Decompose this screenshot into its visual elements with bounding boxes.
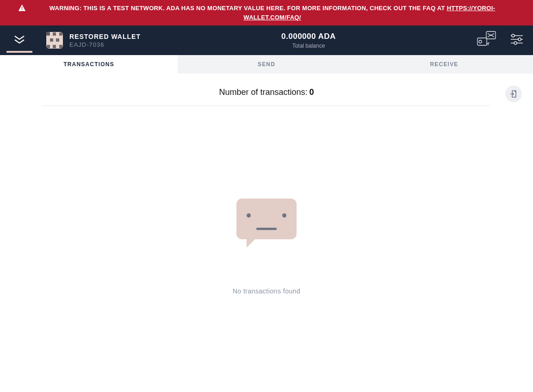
transaction-count-row: Number of transactions: 0 <box>22 87 511 106</box>
tab-transactions[interactable]: TRANSACTIONS <box>0 55 178 74</box>
warning-icon <box>19 5 25 14</box>
balance-label: Total balance <box>292 43 325 49</box>
empty-state-text: No transactions found <box>233 287 301 295</box>
empty-transactions-state: No transactions found <box>22 199 511 295</box>
tab-send[interactable]: SEND <box>178 55 355 74</box>
header-bar: RESTORED WALLET EAJD-7036 0.000000 ADA T… <box>0 25 533 55</box>
buy-sell-icon[interactable] <box>477 31 497 50</box>
empty-state-icon <box>236 199 297 239</box>
svg-point-3 <box>479 40 482 43</box>
warning-text-main: WARNING: THIS IS A TEST NETWORK. ADA HAS… <box>50 5 447 12</box>
svg-point-9 <box>514 42 517 44</box>
wallet-name-block: RESTORED WALLET EAJD-7036 <box>69 33 141 48</box>
transaction-count-label: Number of transactions: <box>219 87 307 97</box>
wallet-info[interactable]: RESTORED WALLET EAJD-7036 <box>39 32 141 49</box>
export-transactions-button[interactable] <box>505 86 522 102</box>
svg-point-0 <box>22 9 23 10</box>
wallet-plate-id: EAJD-7036 <box>69 41 141 48</box>
transaction-count-value: 0 <box>310 87 314 97</box>
export-file-icon <box>509 90 518 98</box>
wallet-name: RESTORED WALLET <box>69 33 141 40</box>
balance-amount: 0.000000 ADA <box>281 32 336 41</box>
divider <box>43 106 490 106</box>
warning-text: WARNING: THIS IS A TEST NETWORK. ADA HAS… <box>30 4 514 22</box>
balance-block: 0.000000 ADA Total balance <box>141 32 477 49</box>
wallet-identicon-icon <box>46 32 63 49</box>
test-network-warning-banner: WARNING: THIS IS A TEST NETWORK. ADA HAS… <box>0 0 533 25</box>
svg-point-7 <box>518 38 521 41</box>
transactions-content: Number of transactions: 0 No transaction… <box>0 74 533 295</box>
tab-receive[interactable]: RECEIVE <box>355 55 533 74</box>
svg-rect-1 <box>486 31 496 39</box>
wallet-tabs: TRANSACTIONS SEND RECEIVE <box>0 55 533 74</box>
settings-icon[interactable] <box>510 33 524 48</box>
svg-point-5 <box>512 34 514 37</box>
header-actions <box>477 31 533 50</box>
